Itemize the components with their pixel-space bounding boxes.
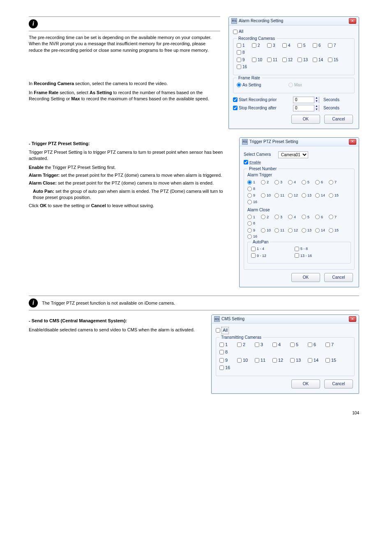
close-4[interactable]: 4 [288,215,300,220]
trig-12[interactable]: 12 [288,193,300,198]
autopan-9-12[interactable]: 9 - 12 [251,253,292,259]
tx-cam-10[interactable]: 10 [237,357,254,363]
autopan-5-8[interactable]: 5 - 8 [295,246,308,252]
info-text-2: The Trigger PTZ preset function is not a… [42,300,175,306]
select-camera-label: Select Camera [244,152,276,157]
tx-cam-4[interactable]: 4 [272,342,289,348]
close-icon[interactable]: ✕ [349,18,356,24]
close-6[interactable]: 6 [315,215,327,220]
autopan-1-4[interactable]: 1 - 4 [251,246,292,252]
cancel-button[interactable]: Cancel [324,115,353,124]
trig-5[interactable]: 5 [302,180,314,185]
info-callout: i The Trigger PTZ preset function is not… [29,296,359,310]
prior-seconds-input[interactable]: ▲▼ [293,97,319,103]
trig-9[interactable]: 9 [247,193,260,198]
after-seconds-input[interactable]: ▲▼ [293,105,319,111]
close-1[interactable]: 1 [247,215,260,220]
trig-7[interactable]: 7 [329,180,341,185]
preset-number-group: Preset Number Alarm Trigger 1 2 3 4 5 6 … [244,169,355,270]
tx-cam-14[interactable]: 14 [308,357,324,363]
close-2[interactable]: 2 [261,215,273,220]
cam-7[interactable]: 7 [328,43,342,49]
close-11[interactable]: 11 [274,228,287,233]
close-7[interactable]: 7 [329,215,341,220]
tx-cam-7[interactable]: 7 [325,342,342,348]
cam-3[interactable]: 3 [267,43,281,49]
cam-6[interactable]: 6 [313,43,327,49]
cam-15[interactable]: 15 [328,57,342,63]
tx-cam-13[interactable]: 13 [290,357,307,363]
cms-setting-dialog: RS CMS Setting ✕ All Transmitting Camera… [211,314,359,394]
close-10[interactable]: 10 [261,228,273,233]
cam-16[interactable]: 16 [237,64,251,70]
all-checkbox[interactable]: All [233,29,247,35]
cam-13[interactable]: 13 [297,57,311,63]
app-icon: RS [214,316,220,322]
cancel-button[interactable]: Cancel [324,379,353,388]
close-icon[interactable]: ✕ [349,139,356,145]
trig-14[interactable]: 14 [315,193,327,198]
ok-button[interactable]: OK [291,273,320,282]
dialog-title: CMS Setting [221,316,349,322]
start-recording-prior-checkbox[interactable]: Start Recording prior [233,97,291,103]
trig-1[interactable]: 1 [247,180,260,185]
autopan-13-16[interactable]: 13 - 16 [295,253,312,259]
close-3[interactable]: 3 [274,215,287,220]
trig-4[interactable]: 4 [288,180,300,185]
cam-1[interactable]: 1 [237,43,251,49]
trig-6[interactable]: 6 [315,180,327,185]
stop-recording-after-checkbox[interactable]: Stop Recording after [233,105,291,111]
tx-cam-6[interactable]: 6 [308,342,324,348]
ok-button[interactable]: OK [291,115,320,124]
close-9[interactable]: 9 [247,228,260,233]
tx-cam-2[interactable]: 2 [237,342,254,348]
cam-11[interactable]: 11 [267,57,281,63]
app-icon: RS [242,139,248,145]
enable-checkbox[interactable]: Enable [244,160,261,165]
trig-16[interactable]: 16 [247,199,260,205]
tx-cam-11[interactable]: 11 [255,357,271,363]
trig-3[interactable]: 3 [274,180,287,185]
trig-13[interactable]: 13 [302,193,314,198]
cam-12[interactable]: 12 [282,57,296,63]
spin-down-icon[interactable]: ▼ [314,108,319,111]
auto-pan-group: AutoPan 1 - 4 5 - 8 9 - 12 13 - 16 [247,242,351,264]
cam-10[interactable]: 10 [252,57,266,63]
tx-cam-1[interactable]: 1 [219,342,236,348]
tx-cam-8[interactable]: 8 [219,349,236,355]
tx-cam-9[interactable]: 9 [219,357,236,363]
cam-5[interactable]: 5 [297,43,311,49]
close-13[interactable]: 13 [302,228,314,233]
tx-cam-3[interactable]: 3 [255,342,271,348]
cam-14[interactable]: 14 [313,57,327,63]
close-8[interactable]: 8 [247,221,260,226]
tx-cam-12[interactable]: 12 [272,357,289,363]
close-14[interactable]: 14 [315,228,327,233]
tx-cam-16[interactable]: 16 [219,365,236,371]
cam-9[interactable]: 9 [237,57,251,63]
close-5[interactable]: 5 [302,215,314,220]
close-15[interactable]: 15 [329,228,341,233]
trig-2[interactable]: 2 [261,180,273,185]
ok-button[interactable]: OK [291,379,320,388]
tx-cam-15[interactable]: 15 [325,357,342,363]
as-setting-radio[interactable]: As Setting [237,82,286,88]
close-16[interactable]: 16 [247,234,260,239]
cancel-button[interactable]: Cancel [324,273,353,282]
spin-down-icon[interactable]: ▼ [314,100,319,103]
max-radio[interactable]: Max [288,82,302,88]
cam-2[interactable]: 2 [252,43,266,49]
cms-all-checkbox[interactable]: All [216,327,232,334]
trig-11[interactable]: 11 [274,193,287,198]
cam-4[interactable]: 4 [282,43,296,49]
cam-8[interactable]: 8 [237,50,251,56]
trig-15[interactable]: 15 [329,193,341,198]
tx-cam-5[interactable]: 5 [290,342,307,348]
trig-8[interactable]: 8 [247,186,260,192]
camera-select[interactable]: Camera01 [278,151,308,158]
ptz-head: - Trigger PTZ Preset Setting: [29,141,231,147]
close-icon[interactable]: ✕ [349,316,356,322]
alarm-close-label: Alarm Close [247,207,351,213]
close-12[interactable]: 12 [288,228,300,233]
trig-10[interactable]: 10 [261,193,273,198]
